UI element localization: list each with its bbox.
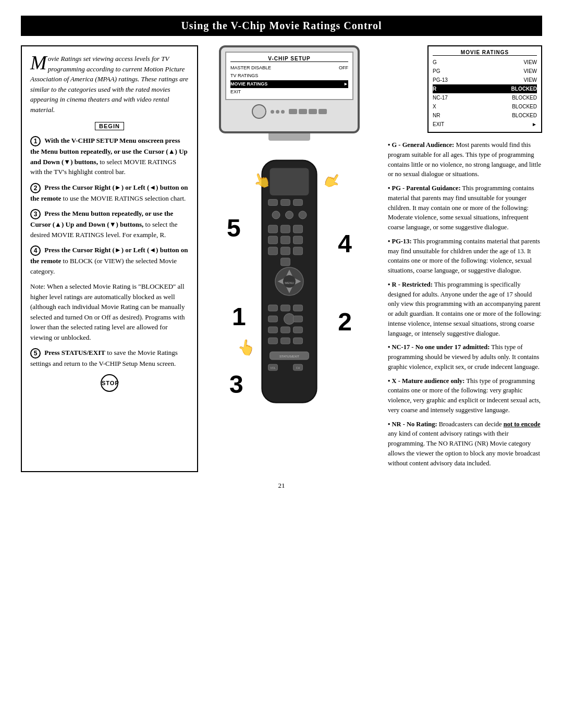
tv-buttons-row [271, 104, 285, 119]
note-block: Note: When a selected Movie Rating is "B… [30, 281, 189, 342]
right-descriptions: • G - General Audience: Most parents wou… [388, 140, 542, 468]
begin-badge: BEGIN [95, 122, 124, 130]
mrow-x: XBLOCKED [433, 102, 537, 111]
svg-rect-36 [293, 338, 303, 344]
desc-nc17: • NC-17 - No one under 17 admitted: This… [388, 342, 542, 372]
stop-badge: STOP [30, 374, 189, 392]
desc-x: • X - Mature audience only: This type of… [388, 376, 542, 415]
step-2-body: to use the MOVIE RATINGS selection chart… [63, 194, 186, 202]
svg-rect-26 [281, 305, 290, 311]
svg-rect-2 [268, 200, 278, 206]
step-label-5: 5 [227, 214, 241, 242]
step-label-4: 4 [338, 229, 352, 258]
svg-rect-25 [268, 305, 278, 311]
movie-ratings-box: MOVIE RATINGS GVIEW PGVIEW PG-13VIEW RBL… [427, 45, 542, 133]
step-5-title: Press STATUS/EXIT [44, 349, 105, 356]
step-3-num: 3 [30, 209, 41, 219]
page-number: 21 [21, 482, 542, 490]
svg-point-6 [286, 211, 293, 219]
title-text: Using the V-Chip Movie Ratings Control [181, 20, 382, 31]
svg-rect-28 [268, 316, 278, 322]
tv-row-1: TV RATINGS [230, 72, 348, 80]
svg-rect-9 [281, 225, 290, 233]
page: Using the V-Chip Movie Ratings Control M… [0, 0, 563, 728]
remote-area: 5 4 1 2 3 [222, 146, 357, 406]
note-text: Note: When a selected Movie Rating is "B… [30, 282, 185, 341]
intro-paragraph: M ovie Ratings set viewing access levels… [30, 54, 189, 115]
tv-row-0: MASTER DISABLEOFF [230, 64, 348, 72]
mrow-exit: EXIT► [433, 120, 537, 129]
tv-stand [268, 133, 310, 141]
middle-column: V-CHIP SETUP MASTER DISABLEOFF TV RATING… [198, 45, 381, 472]
svg-rect-14 [268, 247, 278, 255]
svg-rect-34 [268, 338, 278, 344]
mrow-r: RBLOCKED [433, 84, 537, 93]
step-1-num: 1 [30, 136, 41, 146]
svg-rect-10 [293, 225, 303, 233]
page-title: Using the V-Chip Movie Ratings Control [21, 16, 542, 36]
svg-rect-27 [293, 305, 303, 311]
svg-rect-12 [281, 236, 290, 244]
svg-rect-35 [281, 338, 290, 344]
svg-text:STATUS/EXIT: STATUS/EXIT [279, 355, 299, 358]
remote-svg: MENU STATUS/EXIT [232, 156, 347, 406]
tv-icons-row [289, 104, 327, 119]
movie-ratings-box-title: MOVIE RATINGS [433, 50, 537, 56]
stop-circle: STOP [101, 374, 118, 392]
right-column: MOVIE RATINGS GVIEW PGVIEW PG-13VIEW RBL… [381, 45, 542, 472]
main-content: M ovie Ratings set viewing access levels… [21, 45, 542, 472]
mrow-g: GVIEW [433, 58, 537, 67]
svg-rect-3 [281, 200, 290, 206]
svg-rect-16 [293, 247, 303, 255]
desc-g: • G - General Audience: Most parents wou… [388, 140, 542, 179]
svg-text:CH: CH [296, 366, 300, 369]
step-5-num: 5 [30, 348, 41, 359]
step-1: 1 With the V-CHIP SETUP Menu onscreen pr… [30, 135, 189, 177]
step-5: 5 Press STATUS/EXIT to save the Movie Ra… [30, 348, 189, 369]
svg-rect-11 [268, 236, 278, 244]
svg-rect-31 [268, 327, 278, 333]
svg-rect-1 [270, 168, 309, 196]
svg-rect-4 [293, 200, 303, 206]
tv-knob [252, 104, 266, 119]
step-label-1: 1 [232, 302, 246, 331]
tv-screen: V-CHIP SETUP MASTER DISABLEOFF TV RATING… [225, 52, 353, 100]
svg-rect-13 [293, 236, 303, 244]
svg-point-7 [299, 211, 307, 219]
tv-illustration: V-CHIP SETUP MASTER DISABLEOFF TV RATING… [219, 45, 360, 141]
mrow-pg13: PG-13VIEW [433, 76, 537, 84]
step-label-2: 2 [338, 307, 352, 336]
desc-pg: • PG - Parental Guidance: This programmi… [388, 183, 542, 232]
step-4: 4 Press the Cursor Right (►) or Left (◄)… [30, 245, 189, 276]
desc-r: • R - Restricted: This programming is sp… [388, 280, 542, 339]
mrow-nc17: NC-17BLOCKED [433, 93, 537, 102]
svg-rect-33 [293, 327, 303, 333]
desc-nr: • NR - No Rating: Broadcasters can decid… [388, 419, 542, 468]
svg-point-5 [272, 211, 280, 219]
tv-row-3: EXIT [230, 88, 348, 96]
step-2-num: 2 [30, 183, 41, 193]
step-2: 2 Press the Cursor Right (►) or Left (◄)… [30, 182, 189, 204]
screen-title: V-CHIP SETUP [230, 56, 348, 62]
hand-icon-bottom: 👆 [236, 337, 256, 357]
step-3: 3 Press the Menu button repeatedly, or u… [30, 208, 189, 240]
tv-row-2: MOVIE RATINGS► [230, 80, 348, 88]
mrow-nr: NRBLOCKED [433, 111, 537, 120]
svg-rect-30 [293, 316, 303, 322]
tv-outer: V-CHIP SETUP MASTER DISABLEOFF TV RATING… [219, 45, 360, 133]
left-column: M ovie Ratings set viewing access levels… [21, 45, 198, 472]
svg-text:MENU: MENU [285, 281, 294, 285]
svg-text:VOL: VOL [270, 366, 276, 369]
desc-pg13: • PG-13: This programming contains mater… [388, 237, 542, 276]
step-label-3: 3 [229, 370, 243, 399]
svg-rect-8 [268, 225, 278, 233]
drop-cap: M [30, 53, 47, 72]
svg-rect-17 [281, 258, 290, 266]
tv-base-controls [225, 104, 353, 119]
mrow-pg: PGVIEW [433, 67, 537, 76]
svg-rect-15 [281, 247, 290, 255]
svg-rect-32 [281, 327, 290, 333]
step-4-num: 4 [30, 245, 41, 256]
